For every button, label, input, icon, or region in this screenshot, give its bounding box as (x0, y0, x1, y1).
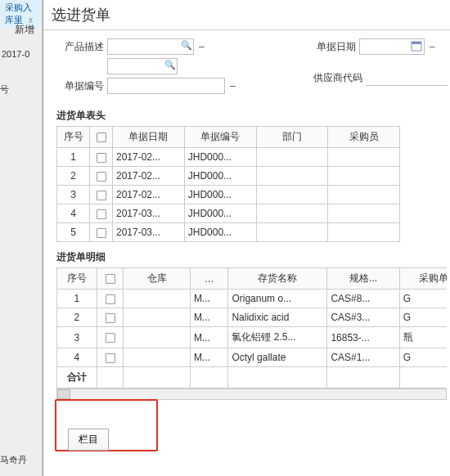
cell-wh (124, 327, 190, 348)
cell-idx: 2 (57, 308, 97, 327)
doc-date-input[interactable] (359, 38, 425, 55)
col-dept[interactable]: 部门 (256, 127, 328, 148)
background-toolbar: 采购入库里 x 新增 2017-0 号 马奇丹 (0, 0, 43, 476)
cell-no: JHD000... (184, 223, 256, 242)
checkbox-icon[interactable] (106, 333, 115, 343)
checkbox-icon[interactable] (97, 209, 106, 219)
sum-label: 合计 (57, 367, 97, 388)
cell-date: 2017-02... (113, 148, 185, 167)
cell-buyer (328, 204, 400, 223)
cell-check[interactable] (90, 186, 113, 204)
cell-check[interactable] (90, 167, 113, 186)
supplier-input[interactable] (366, 70, 448, 86)
col-idx[interactable]: 序号 (57, 127, 90, 148)
doc-date-label: 单据日期 (313, 40, 356, 54)
detail-table-wrap: 序号 仓库 … 存货名称 规格... 采购单位 数量 1M...Origanum… (56, 267, 447, 388)
scroll-thumb[interactable] (57, 389, 70, 399)
cell-wh (124, 348, 190, 367)
header-table: 序号 单据日期 单据编号 部门 采购员 12017-02...JHD000...… (56, 126, 400, 242)
cell-date: 2017-03... (113, 223, 185, 242)
checkbox-icon[interactable] (97, 172, 106, 182)
cell-unit: G (399, 348, 447, 367)
cell-wh (124, 290, 190, 308)
checkbox-icon[interactable] (97, 191, 106, 200)
cell-date: 2017-02... (113, 186, 185, 204)
col-buyer[interactable]: 采购员 (328, 127, 400, 148)
cell-dept (256, 204, 328, 223)
col-spec[interactable]: 规格... (327, 268, 399, 290)
table-row[interactable]: 1M...Origanum o...CAS#8...G20.00 (57, 290, 448, 308)
range-dash: – (430, 41, 435, 52)
cell-check[interactable] (90, 204, 113, 223)
sum-row: 合计 (57, 367, 448, 388)
cell-idx: 3 (57, 186, 90, 204)
checkbox-icon[interactable] (106, 294, 115, 304)
cell-idx: 4 (57, 204, 90, 223)
cell-name: 氯化铝锂 2.5... (228, 327, 327, 348)
cell-buyer (328, 148, 400, 167)
column-button[interactable]: 栏目 (68, 429, 109, 451)
header-section-title: 进货单表头 (43, 106, 450, 126)
cell-wh (124, 308, 190, 327)
filter-form: 产品描述 🔍 – 🔍 单据编号 – (43, 30, 450, 101)
cell-date: 2017-03... (113, 204, 185, 223)
table-row[interactable]: 22017-02...JHD000... (57, 167, 400, 186)
range-dash: – (230, 80, 236, 92)
col-no[interactable]: 单据编号 (184, 127, 256, 148)
cell-check[interactable] (97, 290, 124, 308)
doc-no-input[interactable] (107, 78, 225, 94)
table-row[interactable]: 52017-03...JHD000... (57, 223, 400, 242)
col-date[interactable]: 单据日期 (113, 127, 185, 148)
range-dash: – (199, 41, 205, 52)
cell-check[interactable] (90, 148, 113, 167)
product-desc-label: 产品描述 (65, 40, 104, 54)
table-row[interactable]: 12017-02...JHD000... (57, 148, 400, 167)
modal-title: 选进货单 (43, 0, 450, 30)
checkbox-icon[interactable] (97, 132, 106, 142)
bg-label: 号 (0, 83, 9, 96)
bg-date-field[interactable]: 2017-0 (0, 49, 29, 59)
cell-idx: 1 (57, 290, 97, 308)
col-dots[interactable]: … (190, 268, 228, 290)
checkbox-icon[interactable] (106, 353, 115, 363)
checkbox-icon[interactable] (106, 274, 115, 284)
table-row[interactable]: 4M...Octyl gallateCAS#1...G100.00 (57, 348, 448, 367)
cell-no: JHD000... (184, 186, 256, 204)
cell-dots: M... (190, 327, 228, 348)
cell-buyer (328, 167, 400, 186)
cell-no: JHD000... (184, 148, 256, 167)
table-row[interactable]: 42017-03...JHD000... (57, 204, 400, 223)
checkbox-icon[interactable] (97, 228, 106, 238)
cell-check[interactable] (97, 327, 124, 348)
cell-check[interactable] (97, 308, 124, 327)
checkbox-icon[interactable] (97, 153, 106, 163)
cell-idx: 5 (57, 223, 90, 242)
cell-dots: M... (190, 348, 228, 367)
header-table-wrap: 序号 单据日期 单据编号 部门 采购员 12017-02...JHD000...… (56, 126, 447, 242)
col-unit[interactable]: 采购单位 (399, 268, 447, 290)
bg-misc-text: 马奇丹 (0, 454, 27, 466)
col-name[interactable]: 存货名称 (228, 268, 327, 290)
cell-idx: 3 (57, 327, 97, 348)
col-warehouse[interactable]: 仓库 (124, 268, 190, 290)
table-row[interactable]: 2M...Nalidixic acidCAS#3...G5.00 (57, 308, 448, 327)
table-row[interactable]: 32017-02...JHD000... (57, 186, 400, 204)
cell-idx: 4 (57, 348, 97, 367)
add-button[interactable]: 新增 (15, 23, 34, 37)
cell-buyer (328, 186, 400, 204)
doc-no-label: 单据编号 (65, 79, 104, 93)
cell-name: Nalidixic acid (228, 308, 327, 327)
detail-table: 序号 仓库 … 存货名称 规格... 采购单位 数量 1M...Origanum… (56, 267, 447, 388)
cell-check[interactable] (97, 348, 124, 367)
horizontal-scrollbar[interactable] (56, 388, 447, 400)
cell-dept (256, 148, 328, 167)
cell-name: Octyl gallate (228, 348, 327, 367)
col-check[interactable] (90, 127, 113, 148)
extra-search-input[interactable] (107, 58, 178, 74)
checkbox-icon[interactable] (106, 313, 115, 323)
table-row[interactable]: 3M...氯化铝锂 2.5...16853-...瓶1.00 (57, 327, 448, 348)
product-desc-input[interactable] (107, 38, 194, 55)
cell-check[interactable] (90, 223, 113, 242)
col-check[interactable] (97, 268, 124, 290)
col-idx[interactable]: 序号 (57, 268, 97, 290)
